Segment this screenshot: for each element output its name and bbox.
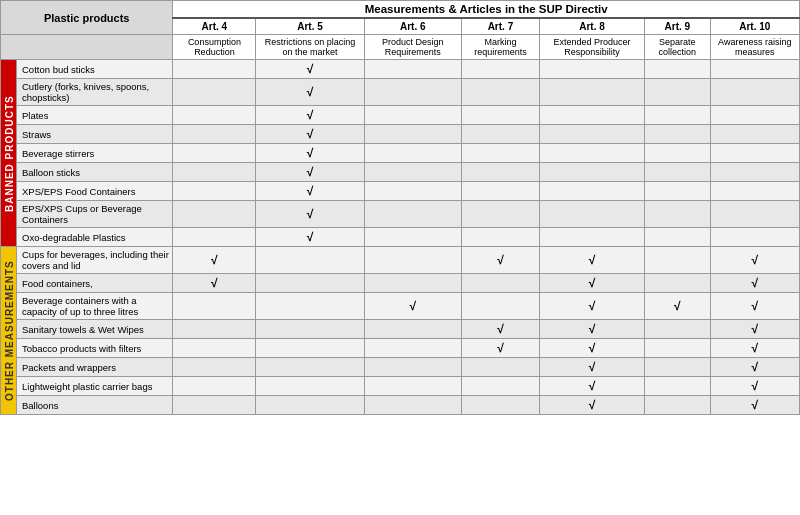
art10-cell (710, 201, 799, 228)
art7-header: Art. 7 (461, 18, 539, 35)
art10-cell: √ (710, 339, 799, 358)
art10-cell (710, 106, 799, 125)
product-name: Plates (17, 106, 173, 125)
table-row: Packets and wrappers√√ (1, 358, 800, 377)
art10-header: Art. 10 (710, 18, 799, 35)
art8-cell (539, 60, 644, 79)
art8-cell: √ (539, 274, 644, 293)
art5-cell: √ (256, 182, 364, 201)
art9-cell (645, 60, 710, 79)
art8-cell: √ (539, 293, 644, 320)
plastic-products-spacer (1, 35, 173, 60)
art9-cell (645, 358, 710, 377)
art5-cell (256, 247, 364, 274)
art10-cell (710, 60, 799, 79)
art5-cell (256, 396, 364, 415)
art8-cell (539, 79, 644, 106)
art10-cell: √ (710, 358, 799, 377)
art4-sub: Consumption Reduction (173, 35, 256, 60)
art10-cell (710, 182, 799, 201)
art9-cell (645, 228, 710, 247)
banned-products-label: BANNED PRODUCTS (1, 60, 17, 247)
product-name: Beverage stirrers (17, 144, 173, 163)
art8-cell: √ (539, 358, 644, 377)
art5-cell (256, 320, 364, 339)
table-row: EPS/XPS Cups or Beverage Containers√ (1, 201, 800, 228)
art5-cell: √ (256, 163, 364, 182)
art10-cell: √ (710, 377, 799, 396)
art8-cell: √ (539, 247, 644, 274)
art10-cell: √ (710, 320, 799, 339)
product-name: Packets and wrappers (17, 358, 173, 377)
art7-cell (461, 125, 539, 144)
art7-cell (461, 79, 539, 106)
art7-cell (461, 163, 539, 182)
art10-cell (710, 228, 799, 247)
art10-cell (710, 125, 799, 144)
art10-cell (710, 144, 799, 163)
product-name: Balloon sticks (17, 163, 173, 182)
art7-cell (461, 377, 539, 396)
art9-cell (645, 377, 710, 396)
art10-cell: √ (710, 396, 799, 415)
art9-cell (645, 274, 710, 293)
art4-cell (173, 163, 256, 182)
art5-cell (256, 274, 364, 293)
art7-cell: √ (461, 247, 539, 274)
art5-cell: √ (256, 125, 364, 144)
table-row: Beverage stirrers√ (1, 144, 800, 163)
art9-cell (645, 106, 710, 125)
other-measurements-label: OTHER MEASUREMENTS (1, 247, 17, 415)
art6-cell: √ (364, 293, 461, 320)
art9-cell (645, 201, 710, 228)
art6-cell (364, 201, 461, 228)
table-row: BANNED PRODUCTSCotton bud sticks√ (1, 60, 800, 79)
art6-cell (364, 163, 461, 182)
art4-cell: √ (173, 247, 256, 274)
art6-cell (364, 396, 461, 415)
product-name: Food containers, (17, 274, 173, 293)
table-row: Plates√ (1, 106, 800, 125)
art7-sub: Marking requirements (461, 35, 539, 60)
art8-cell (539, 228, 644, 247)
art4-cell (173, 358, 256, 377)
main-header: Measurements & Articles in the SUP Direc… (173, 1, 800, 19)
table-row: Oxo-degradable Plastics√ (1, 228, 800, 247)
art4-cell (173, 293, 256, 320)
art8-cell (539, 163, 644, 182)
product-name: Beverage containers with a capacity of u… (17, 293, 173, 320)
art10-cell: √ (710, 247, 799, 274)
art7-cell (461, 201, 539, 228)
art5-cell (256, 339, 364, 358)
art5-cell: √ (256, 201, 364, 228)
table-row: OTHER MEASUREMENTSCups for beverages, in… (1, 247, 800, 274)
art4-cell (173, 339, 256, 358)
art9-cell (645, 247, 710, 274)
art5-cell (256, 358, 364, 377)
art7-cell (461, 182, 539, 201)
art6-cell (364, 377, 461, 396)
art8-cell: √ (539, 377, 644, 396)
product-name: Cups for beverages, including their cove… (17, 247, 173, 274)
art4-cell (173, 201, 256, 228)
art10-cell: √ (710, 274, 799, 293)
table-row: Balloon sticks√ (1, 163, 800, 182)
sup-directive-table: Plastic products Measurements & Articles… (0, 0, 800, 415)
product-name: Lightweight plastic carrier bags (17, 377, 173, 396)
art5-cell: √ (256, 228, 364, 247)
art6-header: Art. 6 (364, 18, 461, 35)
art7-cell: √ (461, 320, 539, 339)
art6-cell (364, 320, 461, 339)
art9-cell (645, 144, 710, 163)
art4-header: Art. 4 (173, 18, 256, 35)
art6-sub: Product Design Requirements (364, 35, 461, 60)
art6-cell (364, 247, 461, 274)
art9-cell (645, 182, 710, 201)
art6-cell (364, 182, 461, 201)
table-row: XPS/EPS Food Containers√ (1, 182, 800, 201)
plastic-products-header: Plastic products (1, 1, 173, 35)
art7-cell (461, 144, 539, 163)
art9-cell (645, 320, 710, 339)
table-row: Food containers,√√√ (1, 274, 800, 293)
art5-cell: √ (256, 79, 364, 106)
